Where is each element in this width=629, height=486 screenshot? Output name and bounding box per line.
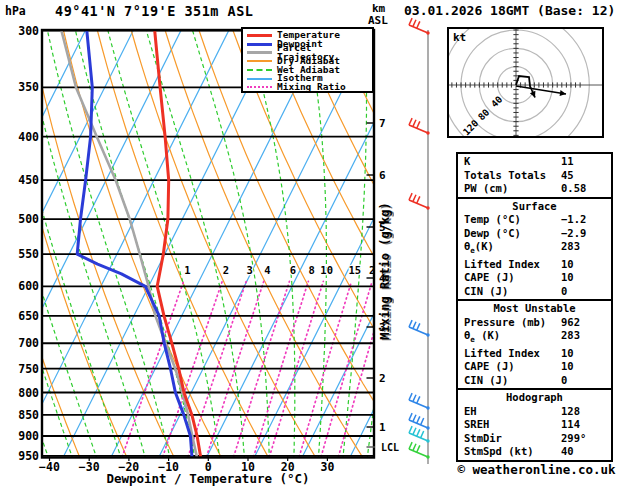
km-tick-label: 1 <box>379 421 386 434</box>
table-row-value: −2.9 <box>561 227 607 241</box>
table-row: CIN (J)0 <box>458 285 611 299</box>
mixing-ratio-value-label: 6 <box>290 264 296 276</box>
table-row: EH128 <box>458 405 611 419</box>
mixing-ratio-value-label: 1 <box>184 264 190 276</box>
table-section: HodographEH128SREH114StmDir299°StmSpd (k… <box>458 388 611 460</box>
wet-adiabat-line <box>0 31 97 460</box>
legend-swatch <box>247 60 272 62</box>
table-row: PW (cm)0.58 <box>458 182 611 196</box>
mixing-ratio-value-label: 3 <box>247 264 253 276</box>
table-row-label: StmDir <box>464 432 502 446</box>
table-section: K11Totals Totals45PW (cm)0.58 <box>458 154 611 197</box>
table-row-value: 40 <box>561 445 607 459</box>
legend-swatch <box>247 78 272 80</box>
table-section: Most UnstablePressure (mb)962θe (K)283Li… <box>458 299 611 388</box>
table-section-header: Hodograph <box>458 391 611 405</box>
table-row: CAPE (J)10 <box>458 360 611 374</box>
x-axis-label: Dewpoint / Temperature (°C) <box>42 471 374 486</box>
table-section: SurfaceTemp (°C)−1.2Dewp (°C)−2.9θe(K)28… <box>458 197 611 300</box>
legend-row: Mixing Ratio <box>247 83 372 92</box>
km-tick-label: 7 <box>379 117 386 130</box>
table-row-label: θe(K) <box>464 240 494 258</box>
hodograph-unit-label: kt <box>453 31 466 44</box>
table-row-label: Dewp (°C) <box>464 227 521 241</box>
hodograph-ring-label: 80 <box>476 106 492 122</box>
table-section-header: Surface <box>458 200 611 214</box>
table-row: CIN (J)0 <box>458 374 611 388</box>
table-row: StmSpd (kt)40 <box>458 445 611 459</box>
pressure-tick-label: 700 <box>18 336 39 350</box>
legend-swatch <box>247 86 272 88</box>
wind-barb <box>409 193 430 210</box>
pressure-tick-label: 400 <box>18 130 39 144</box>
mixing-ratio-value-label: 2 <box>223 264 229 276</box>
pressure-tick-label: 750 <box>18 362 39 376</box>
table-row: StmDir299° <box>458 432 611 446</box>
hodograph: 4080120kt <box>443 12 603 159</box>
table-row-label: SREH <box>464 418 489 432</box>
legend-label: Mixing Ratio <box>277 83 346 92</box>
table-row-label: EH <box>464 405 477 419</box>
table-row-label: CAPE (J) <box>464 360 515 374</box>
wind-barb <box>409 320 430 337</box>
table-row-value: 0 <box>561 374 607 388</box>
table-row-label: K <box>464 155 470 169</box>
pressure-tick-label: 550 <box>18 247 39 261</box>
pressure-tick-label: 450 <box>18 173 39 187</box>
table-row-label: Temp (°C) <box>464 213 521 227</box>
pressure-tick-label: 650 <box>18 309 39 323</box>
mixing-ratio-value-label: 4 <box>264 264 270 276</box>
table-row: θe(K)283 <box>458 240 611 258</box>
hodograph-ring-label: 40 <box>489 93 505 109</box>
dry-adiabat-line <box>0 31 81 460</box>
wet-adiabat-line <box>391 31 455 460</box>
table-row: Temp (°C)−1.2 <box>458 213 611 227</box>
table-row: Dewp (°C)−2.9 <box>458 227 611 241</box>
pressure-tick-label: 800 <box>18 386 39 400</box>
table-row: Pressure (mb)962 <box>458 316 611 330</box>
mixing-ratio-value-label: 15 <box>348 264 361 276</box>
wind-barb <box>409 442 430 459</box>
sounding-diagram: hPa 49°41'N 7°19'E 351m ASL km ASL 03.01… <box>0 0 629 486</box>
legend-swatch <box>247 34 272 37</box>
table-row-label: Totals Totals <box>464 169 546 183</box>
table-row-label: CIN (J) <box>464 374 508 388</box>
table-row: Totals Totals45 <box>458 169 611 183</box>
wet-adiabat-line <box>48 31 171 460</box>
wind-barb <box>409 118 430 135</box>
pressure-tick-label: 900 <box>18 429 39 443</box>
table-row: θe (K)283 <box>458 329 611 347</box>
table-row-value: 10 <box>561 271 607 285</box>
legend-swatch <box>247 51 272 54</box>
footer-credit: © weatheronline.co.uk <box>444 462 629 477</box>
table-row-value: 10 <box>561 258 607 272</box>
km-tick-label: 6 <box>379 169 386 182</box>
mixing-ratio-value-label: 10 <box>320 264 333 276</box>
indices-table: K11Totals Totals45PW (cm)0.58SurfaceTemp… <box>456 152 613 462</box>
pressure-tick-label: 950 <box>18 449 39 463</box>
table-row-value: 0 <box>561 285 607 299</box>
wet-adiabat-line <box>0 31 2 460</box>
table-row-label: CAPE (J) <box>464 271 515 285</box>
table-row: SREH114 <box>458 418 611 432</box>
wet-adiabat-line <box>343 31 367 460</box>
table-row: K11 <box>458 155 611 169</box>
pressure-tick-label: 350 <box>18 80 39 94</box>
table-section-header: Most Unstable <box>458 302 611 316</box>
table-row-value: 10 <box>561 347 607 361</box>
table-row-label: θe (K) <box>464 329 500 347</box>
pressure-tick-label: 300 <box>18 24 39 38</box>
hodograph-ring-label: 120 <box>461 117 481 137</box>
table-row: Lifted Index10 <box>458 347 611 361</box>
wind-barb <box>409 18 430 35</box>
table-row-label: Pressure (mb) <box>464 316 546 330</box>
table-row-label: CIN (J) <box>464 285 508 299</box>
km-tick-label: 2 <box>379 372 386 385</box>
table-row-value: 299° <box>561 432 607 446</box>
table-row-value: −1.2 <box>561 213 607 227</box>
table-row-value: 128 <box>561 405 607 419</box>
table-row-value: 10 <box>561 360 607 374</box>
mixing-ratio-axis-label: Mixing Ratio (g/kg) <box>378 202 392 339</box>
pressure-tick-label: 600 <box>18 279 39 293</box>
mixing-ratio-value-label: 8 <box>309 264 315 276</box>
